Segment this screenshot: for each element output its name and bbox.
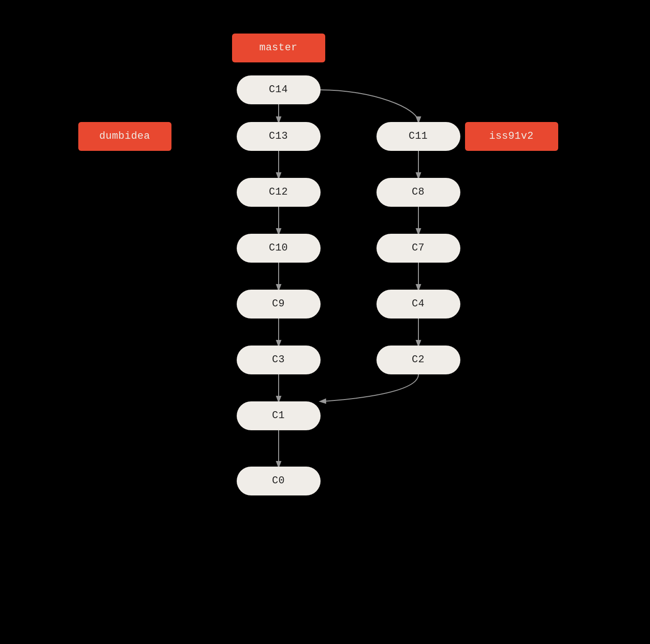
commit-C8: C8 [376,178,460,207]
commit-C3: C3 [237,346,321,374]
commit-C1: C1 [237,401,321,430]
commit-C0: C0 [237,467,321,495]
commit-C7: C7 [376,234,460,263]
branch-dumbidea: dumbidea [78,122,171,151]
commit-C12: C12 [237,178,321,207]
commit-C10: C10 [237,234,321,263]
git-diagram: master dumbidea iss91v2 C14 C13 C12 C10 … [69,20,582,625]
branch-iss91v2: iss91v2 [465,122,558,151]
commit-C9: C9 [237,290,321,319]
arrows-svg [69,20,582,625]
commit-C13: C13 [237,122,321,151]
branch-master: master [232,34,325,62]
commit-C4: C4 [376,290,460,319]
commit-C2: C2 [376,346,460,374]
commit-C11: C11 [376,122,460,151]
commit-C14: C14 [237,75,321,104]
